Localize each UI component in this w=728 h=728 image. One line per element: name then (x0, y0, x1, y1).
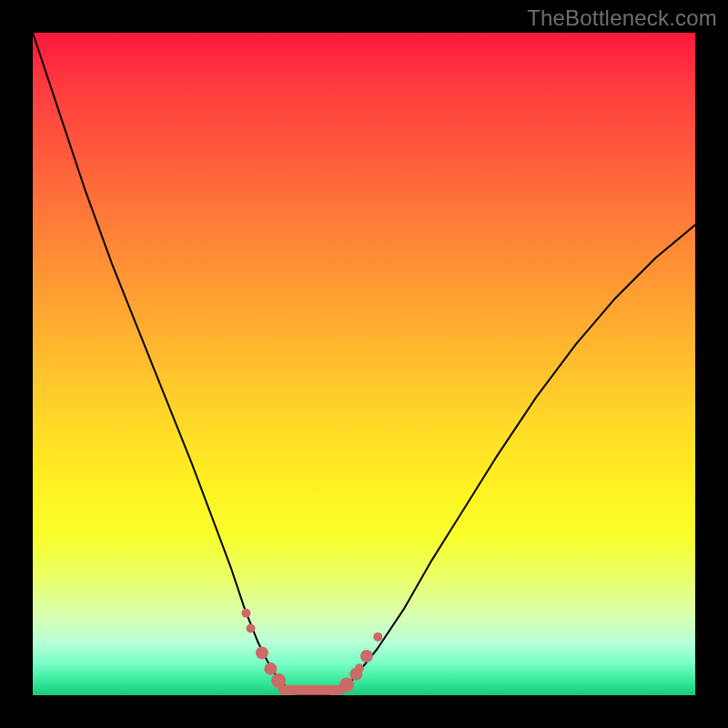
curve-marker (271, 673, 286, 688)
curve-marker (264, 662, 277, 675)
bottleneck-curve (33, 33, 695, 695)
chart-svg (33, 33, 695, 695)
curve-marker (247, 624, 256, 633)
watermark-text: TheBottleneck.com (527, 5, 717, 31)
plot-area (33, 33, 695, 695)
chart-frame: TheBottleneck.com (0, 0, 728, 728)
curve-marker (256, 646, 268, 659)
curve-marker (339, 677, 354, 692)
curve-marker (355, 663, 364, 672)
curve-marker (373, 632, 382, 642)
marker-group (241, 609, 382, 693)
curve-marker (360, 650, 373, 662)
curve-marker (241, 609, 250, 618)
